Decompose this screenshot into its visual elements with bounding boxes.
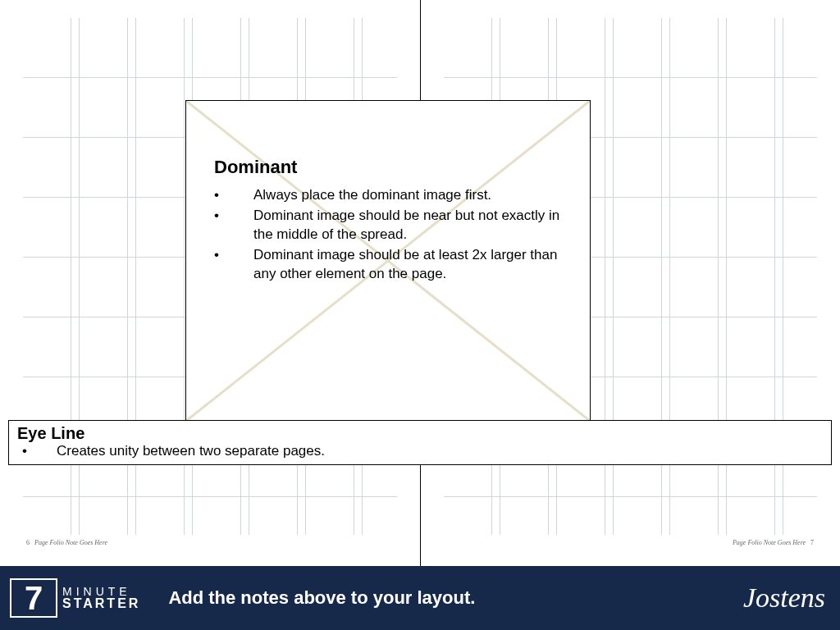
left-folio: 6 Page Folio Note Goes Here (23, 539, 107, 546)
right-folio: Page Folio Note Goes Here 7 (733, 539, 817, 546)
right-folio-note: Page Folio Note Goes Here (733, 539, 806, 546)
footer-bar: 7 MINUTE STARTER Add the notes above to … (0, 566, 840, 630)
dominant-image-placeholder: Dominant •Always place the dominant imag… (185, 100, 591, 422)
seven-badge: 7 (10, 578, 57, 618)
left-page-number: 6 (26, 539, 30, 546)
eyeline-text: Creates unity between two separate pages… (57, 443, 325, 459)
left-folio-note: Page Folio Note Goes Here (34, 539, 107, 546)
list-item: •Always place the dominant image first. (214, 186, 567, 205)
jostens-logo: Jostens (743, 582, 825, 614)
list-item: •Dominant image should be near but not e… (214, 207, 567, 244)
footer-instruction: Add the notes above to your layout. (140, 587, 743, 609)
logo-text: MINUTE STARTER (62, 586, 140, 610)
list-item: • Creates unity between two separate pag… (17, 443, 823, 459)
slide-canvas: 6 Page Folio Note Goes Here Page Folio N… (0, 0, 840, 630)
eyeline-callout: Eye Line • Creates unity between two sep… (8, 420, 832, 465)
dominant-callout: Dominant •Always place the dominant imag… (214, 157, 567, 285)
seven-minute-starter-logo: 7 MINUTE STARTER (10, 578, 140, 618)
list-item: •Dominant image should be at least 2x la… (214, 246, 567, 284)
right-page-number: 7 (810, 539, 814, 546)
dominant-bullet-list: •Always place the dominant image first. … (214, 186, 567, 284)
eyeline-heading: Eye Line (17, 424, 823, 443)
dominant-heading: Dominant (214, 157, 567, 178)
